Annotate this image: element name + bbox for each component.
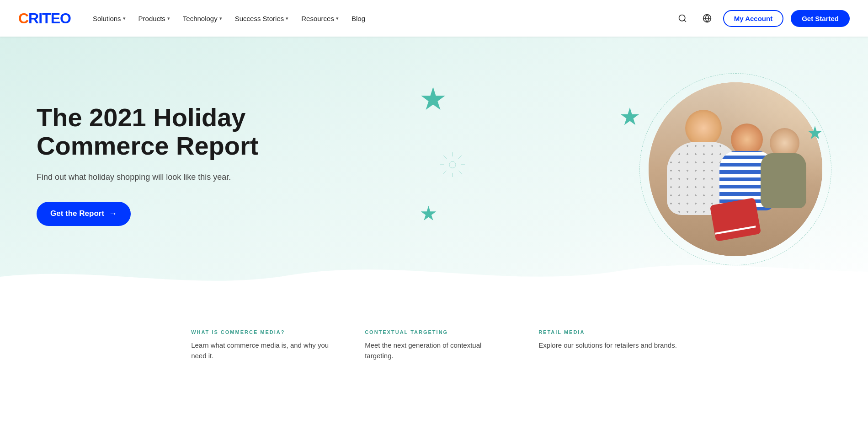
- nav-item-blog[interactable]: Blog: [346, 11, 371, 26]
- nav-right: My Account Get Started: [674, 10, 850, 27]
- nav-label-products: Products: [138, 15, 165, 22]
- card-2-tag[interactable]: CONTEXTUAL TARGETING: [365, 329, 511, 335]
- star-decoration-2: [620, 108, 639, 129]
- card-1-desc: Learn what commerce media is, and why yo…: [191, 340, 337, 361]
- search-button[interactable]: [674, 10, 691, 27]
- logo-rest: RITEO: [28, 10, 71, 27]
- logo-c: C: [18, 10, 28, 27]
- nav-item-success-stories[interactable]: Success Stories ▾: [229, 11, 294, 26]
- hero-section: The 2021 Holiday Commerce Report Find ou…: [0, 37, 868, 302]
- nav-label-success-stories: Success Stories: [235, 15, 284, 22]
- nav-item-products[interactable]: Products ▾: [133, 11, 176, 26]
- hero-content: The 2021 Holiday Commerce Report Find ou…: [0, 67, 320, 271]
- svg-point-16: [449, 161, 456, 168]
- hero-title: The 2021 Holiday Commerce Report: [37, 103, 283, 160]
- svg-marker-7: [421, 206, 437, 220]
- nav-item-resources[interactable]: Resources ▾: [296, 11, 344, 26]
- card-retail-media: RETAIL MEDIA Explore our solutions for r…: [538, 329, 677, 361]
- star-decoration-1: [421, 87, 446, 114]
- logo[interactable]: CRITEO: [18, 10, 71, 27]
- svg-marker-4: [421, 87, 445, 110]
- hero-photo: [649, 82, 822, 256]
- chevron-down-icon: ▾: [219, 16, 222, 22]
- get-report-button[interactable]: Get the Report →: [37, 202, 131, 226]
- my-account-button[interactable]: My Account: [723, 10, 783, 27]
- svg-marker-6: [808, 126, 822, 139]
- card-commerce-media: WHAT IS COMMERCE MEDIA? Learn what comme…: [191, 329, 337, 361]
- chevron-down-icon: ▾: [167, 16, 170, 22]
- star-decoration-3: [808, 126, 822, 142]
- chevron-down-icon: ▾: [336, 16, 339, 22]
- bottom-section: WHAT IS COMMERCE MEDIA? Learn what comme…: [0, 302, 868, 379]
- globe-icon[interactable]: [698, 10, 716, 27]
- nav-label-resources: Resources: [301, 15, 334, 22]
- svg-line-12: [443, 156, 447, 159]
- arrow-right-icon: →: [109, 209, 117, 219]
- nav-item-technology[interactable]: Technology ▾: [177, 11, 228, 26]
- svg-line-14: [458, 156, 462, 159]
- svg-line-15: [443, 171, 447, 174]
- card-3-desc: Explore our solutions for retailers and …: [538, 340, 677, 351]
- navigation: CRITEO Solutions ▾ Products ▾ Technology…: [0, 0, 868, 37]
- hero-image-area: [639, 73, 831, 265]
- chevron-down-icon: ▾: [123, 16, 126, 22]
- get-started-button[interactable]: Get Started: [791, 10, 850, 27]
- hero-subtitle: Find out what holiday shopping will look…: [37, 171, 283, 183]
- nav-label-solutions: Solutions: [93, 15, 121, 22]
- card-1-tag[interactable]: WHAT IS COMMERCE MEDIA?: [191, 329, 337, 335]
- card-2-desc: Meet the next generation of contextual t…: [365, 340, 511, 361]
- sunburst-decoration: [439, 151, 466, 180]
- svg-line-13: [458, 171, 462, 174]
- nav-links: Solutions ▾ Products ▾ Technology ▾ Succ…: [87, 11, 674, 26]
- svg-marker-5: [621, 108, 639, 125]
- svg-line-1: [684, 20, 686, 22]
- nav-label-technology: Technology: [183, 15, 218, 22]
- card-contextual-targeting: CONTEXTUAL TARGETING Meet the next gener…: [365, 329, 511, 361]
- card-3-tag[interactable]: RETAIL MEDIA: [538, 329, 677, 335]
- nav-item-solutions[interactable]: Solutions ▾: [87, 11, 131, 26]
- get-report-label: Get the Report: [50, 209, 104, 218]
- star-decoration-4: [421, 206, 437, 224]
- chevron-down-icon: ▾: [286, 16, 288, 22]
